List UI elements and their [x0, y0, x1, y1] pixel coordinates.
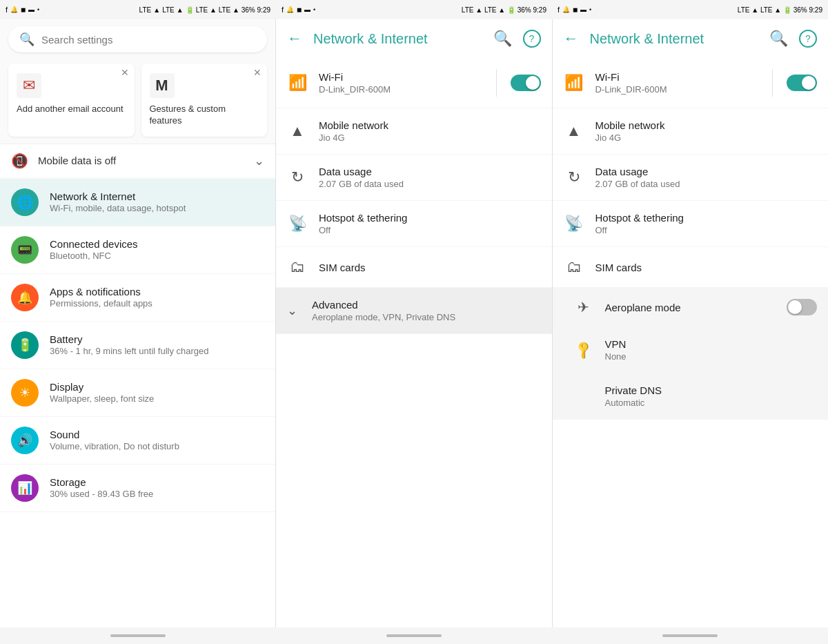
sound-subtitle: Volume, vibration, Do not disturb — [50, 441, 264, 451]
hotspot-text-mid: Hotspot & tethering Off — [319, 212, 541, 235]
wifi-text-right: Wi-Fi D-Link_DIR-600M — [595, 71, 759, 95]
hotspot-item-mid[interactable]: 📡 Hotspot & tethering Off — [276, 201, 552, 247]
data-usage-title-mid: Data usage — [319, 166, 541, 177]
vpn-item[interactable]: 🔑 VPN None — [553, 327, 829, 373]
sim-title-mid: SIM cards — [319, 262, 541, 273]
sound-title: Sound — [50, 429, 264, 440]
vpn-title: VPN — [605, 338, 818, 350]
expand-icon-mid: ⌄ — [287, 303, 301, 318]
vpn-text: VPN None — [605, 338, 818, 362]
mobile-network-icon-mid: ▲ — [287, 122, 308, 140]
aeroplane-item[interactable]: ✈ Aeroplane mode — [553, 288, 829, 327]
mobile-network-item-right[interactable]: ▲ Mobile network Jio 4G — [553, 108, 829, 155]
lte-text-2: LTE — [162, 6, 175, 14]
network-title: Network & Internet — [50, 191, 264, 202]
aeroplane-toggle[interactable] — [787, 299, 817, 315]
help-button-right[interactable]: ? — [799, 30, 817, 48]
wifi-subtitle-mid: D-Link_DIR-600M — [319, 84, 482, 95]
dns-item[interactable]: Private DNS Automatic — [553, 373, 829, 420]
gestures-card[interactable]: ✕ M Gestures & custom features — [141, 64, 268, 137]
vpn-icon: 🔑 — [571, 338, 596, 363]
settings-item-connected[interactable]: 📟 Connected devices Bluetooth, NFC — [0, 226, 275, 274]
wifi-toggle-mid[interactable] — [511, 75, 541, 91]
display-icon: ☀ — [19, 385, 30, 400]
wifi-toggle-right[interactable] — [787, 75, 817, 91]
status-right-3: LTE ▲ LTE ▲ 🔋 36% 9:29 — [738, 6, 822, 14]
email-card-close[interactable]: ✕ — [121, 68, 129, 77]
storage-icon: 📊 — [17, 480, 32, 496]
mobile-network-text-mid: Mobile network Jio 4G — [319, 119, 541, 143]
back-button-mid[interactable]: ← — [287, 30, 302, 48]
data-usage-icon-right: ↻ — [564, 168, 584, 186]
back-button-right[interactable]: ← — [564, 30, 579, 48]
connected-text: Connected devices Bluetooth, NFC — [50, 238, 264, 261]
sim-text-right: SIM cards — [595, 262, 818, 273]
connected-subtitle: Bluetooth, NFC — [50, 251, 264, 261]
mobile-network-subtitle-right: Jio 4G — [595, 133, 818, 143]
nav-bar-row — [0, 627, 828, 644]
apps-icon: 🔔 — [17, 290, 32, 305]
email-card-label: Add another email account — [17, 104, 126, 115]
display-text: Display Wallpaper, sleep, font size — [50, 381, 264, 404]
main-panels: 🔍 ✕ ✉ Add another email account ✕ M Gest… — [0, 19, 828, 627]
data-usage-item-mid[interactable]: ↻ Data usage 2.07 GB of data used — [276, 155, 552, 201]
wifi-row-mid[interactable]: 📶 Wi-Fi D-Link_DIR-600M — [276, 58, 552, 108]
notif-icon-2: 🔔 — [286, 6, 294, 13]
connected-icon: 📟 — [17, 242, 32, 257]
wifi-divider-mid — [496, 69, 497, 97]
storage-icon-bg: 📊 — [11, 474, 39, 502]
fb-icon-3: f — [558, 6, 560, 14]
data-usage-subtitle-right: 2.07 GB of data used — [595, 179, 818, 189]
app-icon-3: ◼ — [573, 6, 578, 13]
help-button-mid[interactable]: ? — [523, 30, 541, 48]
settings-item-battery[interactable]: 🔋 Battery 36% - 1 hr, 9 mins left until … — [0, 322, 275, 369]
panel-right-header: ← Network & Internet 🔍 ? — [553, 19, 829, 58]
advanced-item-mid[interactable]: ⌄ Advanced Aeroplane mode, VPN, Private … — [276, 288, 552, 334]
search-bar[interactable]: 🔍 — [8, 26, 267, 52]
sim-item-right[interactable]: 🗂 SIM cards — [553, 247, 829, 288]
connected-icon-bg: 📟 — [11, 236, 39, 264]
wifi-row-right[interactable]: 📶 Wi-Fi D-Link_DIR-600M — [553, 58, 829, 108]
wifi-toggle-knob-mid — [526, 76, 540, 90]
status-right-1: LTE ▲ LTE ▲ 🔋 LTE ▲ LTE ▲ 36% 9:29 — [139, 6, 270, 14]
status-bar-3: f 🔔 ◼ ▬ • LTE ▲ LTE ▲ 🔋 36% 9:29 — [552, 0, 828, 19]
app-icon-2: ◼ — [297, 6, 302, 13]
settings-item-display[interactable]: ☀ Display Wallpaper, sleep, font size — [0, 369, 275, 417]
status-bar-2: f 🔔 ◼ ▬ • LTE ▲ LTE ▲ 🔋 36% 9:29 — [276, 0, 552, 19]
sim-title-right: SIM cards — [595, 262, 818, 273]
wifi-icon-right: 📶 — [564, 74, 584, 92]
nav-pill-3 — [662, 634, 718, 637]
settings-item-storage[interactable]: 📊 Storage 30% used - 89.43 GB free — [0, 465, 275, 512]
status-bar-1: f 🔔 ◼ ▬ • LTE ▲ LTE ▲ 🔋 LTE ▲ LTE ▲ 36% … — [0, 0, 276, 19]
hotspot-item-right[interactable]: 📡 Hotspot & tethering Off — [553, 201, 829, 247]
dns-title: Private DNS — [605, 384, 818, 396]
network-list-mid: 📶 Wi-Fi D-Link_DIR-600M ▲ Mobile network… — [276, 58, 552, 627]
search-button-mid[interactable]: 🔍 — [493, 30, 512, 48]
search-input[interactable] — [41, 34, 256, 46]
gestures-card-label: Gestures & custom features — [150, 104, 259, 127]
mobile-data-banner[interactable]: 📵 Mobile data is off ⌄ — [0, 144, 275, 177]
nav-pill-1 — [110, 634, 166, 637]
settings-item-network[interactable]: 🌐 Network & Internet Wi-Fi, mobile, data… — [0, 179, 275, 226]
bar-icon: ▬ — [28, 6, 34, 13]
mobile-network-item-mid[interactable]: ▲ Mobile network Jio 4G — [276, 108, 552, 155]
gestures-card-close[interactable]: ✕ — [253, 68, 262, 77]
search-button-right[interactable]: 🔍 — [769, 30, 788, 48]
apps-icon-bg: 🔔 — [11, 284, 39, 311]
email-card[interactable]: ✕ ✉ Add another email account — [8, 64, 135, 137]
battery-icon: 🔋 — [17, 338, 32, 353]
fb-icon: f — [6, 6, 8, 14]
vpn-subtitle: None — [605, 351, 818, 362]
lte2-1: LTE ▲ LTE ▲ 🔋 36% 9:29 — [462, 6, 546, 14]
sound-icon-bg: 🔊 — [11, 427, 39, 454]
panel-mid-title: Network & Internet — [313, 31, 482, 47]
hotspot-text-right: Hotspot & tethering Off — [595, 212, 818, 235]
wifi-title-right: Wi-Fi — [595, 71, 759, 83]
settings-item-apps[interactable]: 🔔 Apps & notifications Permissions, defa… — [0, 274, 275, 322]
settings-item-sound[interactable]: 🔊 Sound Volume, vibration, Do not distur… — [0, 417, 275, 465]
data-usage-item-right[interactable]: ↻ Data usage 2.07 GB of data used — [553, 155, 829, 201]
storage-text: Storage 30% used - 89.43 GB free — [50, 476, 264, 499]
aeroplane-toggle-knob — [788, 300, 802, 314]
advanced-title-mid: Advanced — [312, 299, 541, 311]
sim-item-mid[interactable]: 🗂 SIM cards — [276, 247, 552, 288]
